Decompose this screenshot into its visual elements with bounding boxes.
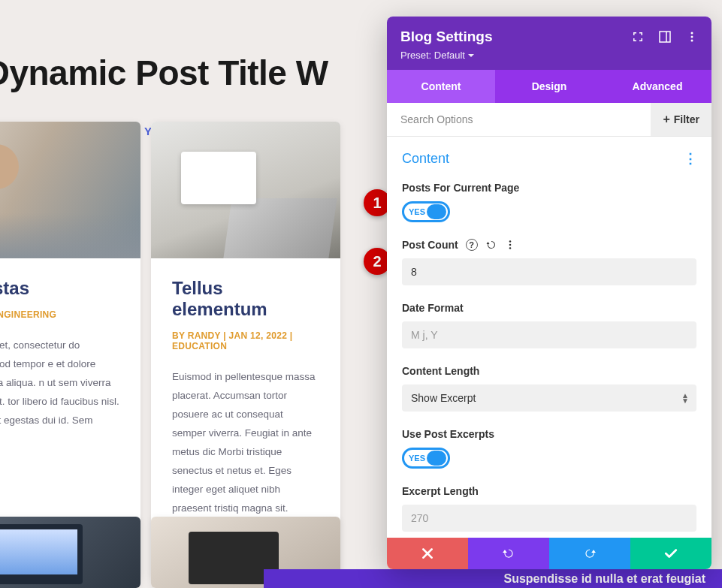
content-length-select[interactable]: Show Excerpt [402, 384, 696, 412]
toggle-yes-label: YES [409, 454, 425, 463]
chevron-down-icon [468, 53, 474, 59]
panel-footer [387, 538, 711, 569]
save-button[interactable] [630, 538, 711, 569]
content-length-label: Content Length [402, 365, 479, 377]
svg-rect-0 [660, 32, 670, 42]
toggle-knob [427, 451, 446, 466]
blog-card[interactable]: gestas 22 | ENGINEERING sit amet, consec… [0, 122, 140, 578]
excerpt-length-label: Excerpt Length [402, 485, 479, 497]
posts-current-page-toggle[interactable]: YES [402, 201, 450, 222]
use-post-excerpts-toggle[interactable]: YES [402, 448, 450, 469]
posts-current-page-label: Posts For Current Page [402, 182, 519, 194]
date-format-input[interactable] [402, 321, 696, 348]
panel-title: Blog Settings [400, 29, 492, 45]
card-meta: BY RANDY | JAN 12, 2022 | EDUCATION [172, 330, 319, 351]
filter-label: Filter [674, 113, 699, 125]
undo-icon [502, 547, 515, 560]
redo-icon [583, 547, 597, 560]
tab-advanced[interactable]: Advanced [603, 70, 711, 103]
reset-icon[interactable] [485, 239, 497, 251]
bottom-banner: Suspendisse id nulla et erat feugiat [264, 569, 722, 588]
svg-point-4 [691, 40, 693, 42]
card-image [151, 122, 340, 258]
tab-content[interactable]: Content [387, 70, 495, 103]
excerpt-length-input[interactable] [402, 505, 696, 532]
toggle-yes-label: YES [409, 207, 425, 216]
card-title: Tellus elementum [172, 278, 319, 320]
svg-point-2 [691, 32, 693, 35]
snap-icon[interactable] [659, 31, 671, 43]
panel-tabs: Content Design Advanced [387, 70, 711, 103]
blog-card[interactable] [0, 517, 140, 588]
post-count-input[interactable] [402, 258, 696, 285]
undo-button[interactable] [468, 538, 549, 569]
date-format-label: Date Format [402, 302, 464, 314]
search-options-input[interactable] [387, 103, 651, 136]
section-more-icon[interactable]: ⋮ [684, 150, 696, 167]
plus-icon: + [663, 113, 669, 126]
toggle-knob [427, 204, 446, 219]
tab-design[interactable]: Design [495, 70, 603, 103]
section-title: Content [402, 151, 449, 167]
more-icon[interactable] [686, 31, 698, 43]
svg-point-3 [691, 36, 693, 38]
card-meta: 22 | ENGINEERING [0, 309, 119, 320]
card-image [0, 517, 140, 588]
card-title: gestas [0, 278, 119, 299]
help-icon[interactable]: ? [466, 239, 478, 251]
svg-point-7 [509, 247, 511, 249]
card-excerpt: sit amet, consectetur do eiusmod tempor … [0, 336, 119, 430]
card-image [0, 122, 140, 258]
post-count-label: Post Count [402, 239, 458, 251]
discard-button[interactable] [387, 538, 468, 569]
close-icon [421, 547, 434, 560]
panel-header: Blog Settings Preset: Default [387, 17, 711, 70]
svg-point-6 [509, 244, 511, 246]
blog-card[interactable]: Tellus elementum BY RANDY | JAN 12, 2022… [151, 122, 340, 578]
preset-dropdown[interactable]: Preset: Default [400, 50, 698, 61]
expand-icon[interactable] [632, 31, 644, 43]
preset-label: Preset: Default [400, 50, 465, 61]
field-more-icon[interactable] [505, 240, 515, 250]
check-icon [664, 547, 678, 560]
blog-settings-panel: Blog Settings Preset: Default Content De… [387, 17, 711, 569]
filter-button[interactable]: + Filter [651, 103, 711, 136]
redo-button[interactable] [549, 538, 630, 569]
svg-point-5 [509, 240, 511, 243]
use-post-excerpts-label: Use Post Excerpts [402, 428, 494, 440]
